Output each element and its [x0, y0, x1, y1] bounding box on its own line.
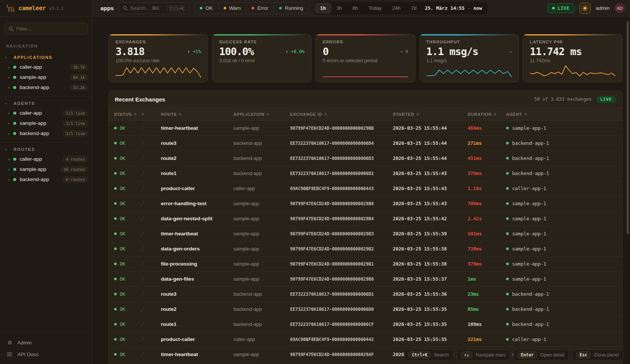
- sidebar-item-sample-app[interactable]: ▸ sample-app 84.1k: [0, 72, 88, 82]
- trend-icon: ╱: [141, 156, 161, 161]
- chevron-right-icon[interactable]: ▸: [8, 111, 13, 115]
- sidebar-item-caller-app[interactable]: ▸ caller-app 10.7k: [0, 62, 88, 72]
- avatar[interactable]: AD: [615, 3, 625, 13]
- table-row[interactable]: OK ╱ product-caller caller-app 69AC90BF8…: [109, 332, 622, 347]
- filter-chip-running[interactable]: Running: [273, 3, 308, 14]
- status-cell: OK: [114, 261, 141, 267]
- chevron-right-icon[interactable]: ▸: [8, 132, 13, 135]
- table-row[interactable]: OK ╱ data-gen-orders sample-app 90799F47…: [109, 241, 622, 256]
- sidebar-footer-admin[interactable]: ⚙Admin: [0, 336, 92, 349]
- range-1h[interactable]: 1h: [315, 3, 331, 13]
- exchange-id-cell: 90799F47E6CD24D-00000000000029B8: [290, 201, 393, 206]
- column-header-route[interactable]: ROUTE⇅: [161, 112, 233, 117]
- section-header-applications[interactable]: ▾ APPLICATIONS: [0, 51, 92, 62]
- exchange-id-cell: EE7322370A10617-00000000000006D1: [290, 292, 393, 297]
- search-input[interactable]: [130, 5, 164, 11]
- started-cell: 2026-03-25 15:55:38: [393, 261, 468, 267]
- range-6h[interactable]: 6h: [347, 3, 363, 13]
- filter-chip-error[interactable]: Error: [246, 3, 273, 14]
- table-row[interactable]: OK ╱ route2 backend-app EE7322370A10617-…: [109, 151, 622, 166]
- table-row[interactable]: OK ╱ timer-heartbeat sample-app 90799F47…: [109, 226, 622, 241]
- section-header-routes[interactable]: ▾ ROUTES: [0, 143, 92, 154]
- table-row[interactable]: OK ╱ data-gen-files sample-app 90799F47E…: [109, 272, 622, 287]
- agent-status-dot: [506, 157, 509, 160]
- column-header-status[interactable]: STATUS⇅: [114, 112, 141, 117]
- application-cell: backend-app: [233, 291, 290, 297]
- chevron-right-icon[interactable]: ▸: [8, 86, 13, 89]
- table-row[interactable]: OK ╱ file-processing sample-app 90799F47…: [109, 256, 622, 272]
- global-search[interactable]: Ctrl+K: [119, 3, 189, 14]
- application-cell: sample-app: [233, 246, 290, 252]
- status-dot: [13, 86, 16, 89]
- table-row[interactable]: OK ╱ route3 backend-app EE7322370A10617-…: [109, 287, 622, 302]
- agent-status-dot: [506, 323, 509, 326]
- agent-cell: sample-app-1: [506, 261, 622, 267]
- route-cell: timer-heartbeat: [161, 231, 233, 237]
- chevron-right-icon[interactable]: ▸: [8, 167, 13, 171]
- kpi-value: 100.0%: [219, 46, 254, 57]
- route-cell: data-gen-nested-split: [161, 216, 233, 221]
- column-header-agent[interactable]: AGENT⇅: [506, 112, 622, 117]
- sidebar-item-sample-app[interactable]: ▸ sample-app 16 routes: [0, 164, 88, 174]
- duration-cell: 379ms: [468, 170, 506, 176]
- hint-label: Open detail: [540, 352, 564, 358]
- table-row[interactable]: OK ╱ route1 backend-app EE7322370A10617-…: [109, 166, 622, 181]
- key-badge: Ctrl+K: [409, 352, 431, 358]
- table-row[interactable]: OK ╱ timer-heartbeat sample-app 90799F47…: [109, 121, 622, 136]
- theme-toggle-button[interactable]: [579, 3, 591, 14]
- status-dot: [114, 232, 117, 235]
- sidebar-item-backend-app[interactable]: ▸ backend-app 6 routes: [0, 174, 88, 184]
- table-row[interactable]: OK ╱ route3 backend-app EE7322370A10617-…: [109, 136, 622, 151]
- column-header-duration[interactable]: DURATION⇅: [468, 112, 506, 117]
- sidebar-footer-api docs[interactable]: API Docs: [0, 349, 92, 360]
- application-cell: sample-app: [233, 201, 290, 206]
- chevron-right-icon[interactable]: ▸: [8, 178, 13, 181]
- column-header-started[interactable]: STARTED⇅: [393, 112, 468, 117]
- chevron-right-icon[interactable]: ▸: [8, 157, 13, 161]
- chevron-right-icon[interactable]: ▸: [8, 75, 13, 79]
- kpi-label: EXCHANGES: [116, 40, 201, 44]
- chevron-right-icon[interactable]: ▸: [8, 121, 13, 125]
- kpi-card-throughput: THROUGHPUT 1.1 msg/s → 1.1 msg/s: [419, 34, 519, 82]
- sidebar-item-backend-app[interactable]: ▸ backend-app 32.2k: [0, 82, 88, 92]
- range-today[interactable]: Today: [363, 3, 387, 13]
- column-header-icon[interactable]: ⇅: [141, 112, 161, 116]
- application-cell: sample-app: [233, 352, 290, 357]
- table-row[interactable]: OK ╱ product-caller caller-app 69AC90BF8…: [109, 181, 622, 196]
- sidebar-item-backend-app[interactable]: ▸ backend-app 1/1 live: [0, 128, 88, 138]
- filter-chip-warn[interactable]: Warn: [218, 3, 246, 14]
- hint-open detail: Enter Open detail: [513, 349, 569, 361]
- column-header-application[interactable]: APPLICATION⇅: [233, 112, 290, 117]
- scrollbar-thumb[interactable]: [627, 21, 629, 234]
- range-24h[interactable]: 24h: [387, 3, 406, 13]
- trend-icon: ╱: [141, 352, 161, 357]
- keyboard-hints-bar: Ctrl+K Search ↑↓ Navigate rows Enter Ope…: [404, 349, 623, 361]
- sort-icon: ⇅: [494, 112, 497, 116]
- table-row[interactable]: OK ╱ route1 backend-app EE7322370A10617-…: [109, 317, 622, 332]
- card-accent-bar: [420, 34, 519, 35]
- exchange-id-cell: EE7322370A10617-00000000000006CF: [290, 322, 393, 327]
- card-accent-bar: [316, 34, 415, 35]
- chevron-right-icon[interactable]: ▸: [8, 65, 13, 69]
- table-row[interactable]: OK ╱ route2 backend-app EE7322370A10617-…: [109, 302, 622, 317]
- sidebar-item-caller-app[interactable]: ▸ caller-app 4 routes: [0, 154, 88, 164]
- filter-input[interactable]: [16, 26, 83, 32]
- column-header-exchange id[interactable]: EXCHANGE ID⇅: [290, 112, 393, 117]
- sidebar-item-caller-app[interactable]: ▸ caller-app 1/1 live: [0, 108, 88, 118]
- duration-cell: 738ms: [468, 246, 506, 252]
- live-toggle[interactable]: LIVE: [547, 3, 575, 13]
- filter-chip-ok[interactable]: OK: [195, 3, 218, 14]
- sidebar-filter[interactable]: [5, 23, 88, 35]
- table-row[interactable]: OK ╱ error-handling-test sample-app 9079…: [109, 196, 622, 211]
- sidebar-item-sample-app[interactable]: ▸ sample-app 1/1 live: [0, 118, 88, 128]
- range-3h[interactable]: 3h: [331, 3, 347, 13]
- duration-cell: 451ms: [468, 155, 506, 161]
- period-display[interactable]: 25. März 14:55 — now: [422, 5, 486, 11]
- duration-cell: 1ms: [468, 276, 506, 282]
- range-7d[interactable]: 7d: [406, 3, 422, 13]
- section-header-agents[interactable]: ▾ AGENTS: [0, 97, 92, 108]
- route-cell: product-caller: [161, 186, 233, 191]
- topbar: apps Ctrl+K OK Warn Error Running 1h: [93, 0, 630, 17]
- brand: cameleer v3.2.1: [0, 0, 92, 17]
- table-row[interactable]: OK ╱ data-gen-nested-split sample-app 90…: [109, 211, 622, 226]
